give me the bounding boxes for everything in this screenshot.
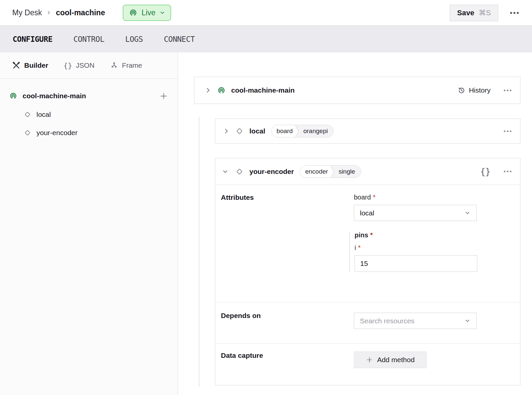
pin-i-input[interactable] bbox=[355, 255, 477, 272]
builder-tools-icon bbox=[12, 61, 21, 70]
save-button-label: Save bbox=[457, 9, 474, 17]
app-header: My Desk cool-machine Live Save ⌘S bbox=[0, 0, 532, 26]
local-board-title: local bbox=[249, 127, 265, 135]
breadcrumb-current: cool-machine bbox=[56, 8, 105, 17]
expand-chevron-right-icon[interactable] bbox=[204, 87, 212, 94]
your-encoder-header: your-encoder encoder single {} bbox=[215, 158, 520, 185]
card-your-encoder: your-encoder encoder single {} bbox=[215, 158, 520, 385]
json-braces-icon: {} bbox=[63, 61, 72, 70]
collapse-chevron-down-icon[interactable] bbox=[221, 168, 230, 175]
required-asterisk: * bbox=[370, 231, 373, 239]
chevron-down-icon bbox=[160, 10, 165, 16]
add-method-label: Add method bbox=[377, 356, 415, 364]
board-field-label: board* bbox=[354, 194, 513, 201]
component-diamond-icon bbox=[235, 126, 244, 136]
header-more-menu-button[interactable] bbox=[509, 10, 519, 16]
your-encoder-title: your-encoder bbox=[249, 168, 294, 176]
badge-divider-chevron bbox=[331, 166, 336, 178]
tab-configure[interactable]: CONFIGURE bbox=[13, 35, 52, 43]
view-tab-builder-label: Builder bbox=[24, 61, 48, 69]
history-label: History bbox=[469, 86, 491, 94]
machine-part-title: cool-machine-main bbox=[231, 86, 295, 94]
view-tab-frame[interactable]: Frame bbox=[110, 61, 142, 70]
history-button[interactable]: History bbox=[457, 86, 491, 95]
view-tab-json[interactable]: {} JSON bbox=[63, 61, 95, 70]
breadcrumb: My Desk cool-machine Live bbox=[12, 5, 171, 21]
live-status-dropdown[interactable]: Live bbox=[123, 5, 171, 21]
machine-part-icon bbox=[217, 86, 226, 95]
tree-item-your-encoder-label: your-encoder bbox=[36, 129, 78, 137]
tree-connector-line bbox=[199, 117, 199, 387]
plus-icon bbox=[366, 356, 373, 363]
data-capture-section: Data capture Add method bbox=[215, 343, 520, 385]
tab-connect[interactable]: CONNECT bbox=[164, 35, 195, 43]
save-button[interactable]: Save ⌘S bbox=[450, 5, 498, 21]
your-encoder-menu-button[interactable] bbox=[503, 169, 512, 174]
board-select[interactable]: local bbox=[354, 205, 477, 221]
required-asterisk: * bbox=[358, 244, 361, 251]
frame-axes-icon bbox=[110, 61, 118, 70]
tab-control[interactable]: CONTROL bbox=[73, 35, 104, 43]
view-tab-frame-label: Frame bbox=[122, 61, 142, 69]
view-tab-builder[interactable]: Builder bbox=[12, 61, 48, 70]
component-diamond-icon bbox=[235, 167, 244, 176]
tree-item-local[interactable]: local bbox=[0, 108, 178, 121]
attributes-section: Attributes board* local pins* i bbox=[215, 185, 520, 302]
edit-json-button[interactable]: {} bbox=[480, 167, 491, 177]
add-method-button[interactable]: Add method bbox=[354, 352, 427, 368]
component-model: orangepi bbox=[300, 125, 333, 137]
depends-on-section: Depends on Search resources bbox=[215, 302, 520, 343]
breadcrumb-parent[interactable]: My Desk bbox=[12, 8, 42, 17]
i-field-label: i* bbox=[355, 244, 513, 252]
component-model: single bbox=[336, 166, 361, 178]
depends-on-placeholder: Search resources bbox=[360, 317, 415, 325]
config-main-panel: cool-machine-main History bbox=[178, 52, 532, 395]
card-local-board: local board orangepi bbox=[215, 118, 520, 144]
save-shortcut: ⌘S bbox=[479, 9, 491, 17]
main-tabbar: CONFIGURE CONTROL LOGS CONNECT bbox=[0, 26, 532, 52]
add-component-button[interactable] bbox=[160, 92, 168, 100]
config-sidebar: Builder {} JSON Frame bbox=[0, 52, 178, 395]
pins-field-label: pins* bbox=[355, 231, 513, 239]
data-capture-heading: Data capture bbox=[221, 352, 354, 385]
tab-logs[interactable]: LOGS bbox=[125, 35, 143, 43]
tree-item-local-label: local bbox=[36, 111, 51, 118]
tree-item-machine-part-label: cool-machine-main bbox=[23, 92, 160, 100]
machine-live-icon bbox=[129, 8, 138, 17]
chevron-down-icon bbox=[464, 210, 471, 216]
live-status-label: Live bbox=[142, 8, 156, 17]
machine-part-menu-button[interactable] bbox=[503, 88, 512, 93]
pins-group: pins* i* bbox=[349, 231, 513, 272]
component-diamond-icon bbox=[23, 128, 32, 137]
breadcrumb-chevron-icon bbox=[46, 10, 51, 15]
component-diamond-icon bbox=[23, 110, 32, 119]
board-select-value: local bbox=[360, 209, 374, 217]
local-type-model-badge: board orangepi bbox=[271, 125, 334, 137]
view-tab-json-label: JSON bbox=[76, 61, 95, 69]
view-mode-tabs: Builder {} JSON Frame bbox=[0, 52, 178, 79]
component-type: encoder bbox=[300, 166, 331, 178]
attributes-heading: Attributes bbox=[221, 194, 354, 302]
local-board-menu-button[interactable] bbox=[503, 128, 512, 134]
history-clock-icon bbox=[457, 86, 466, 95]
tree-item-your-encoder[interactable]: your-encoder bbox=[0, 126, 178, 139]
resource-tree: cool-machine-main local bbox=[0, 79, 178, 139]
machine-part-icon bbox=[9, 92, 18, 100]
expand-chevron-right-icon[interactable] bbox=[222, 128, 231, 134]
card-machine-part: cool-machine-main History bbox=[194, 77, 520, 104]
component-type: board bbox=[272, 125, 296, 137]
encoder-type-model-badge: encoder single bbox=[300, 165, 361, 178]
badge-divider-chevron bbox=[295, 125, 300, 137]
required-asterisk: * bbox=[373, 194, 375, 201]
tree-item-machine-part[interactable]: cool-machine-main bbox=[0, 89, 178, 103]
depends-on-select[interactable]: Search resources bbox=[354, 313, 477, 329]
chevron-down-icon bbox=[464, 318, 471, 324]
header-actions: Save ⌘S bbox=[450, 5, 519, 21]
depends-on-heading: Depends on bbox=[221, 312, 354, 343]
